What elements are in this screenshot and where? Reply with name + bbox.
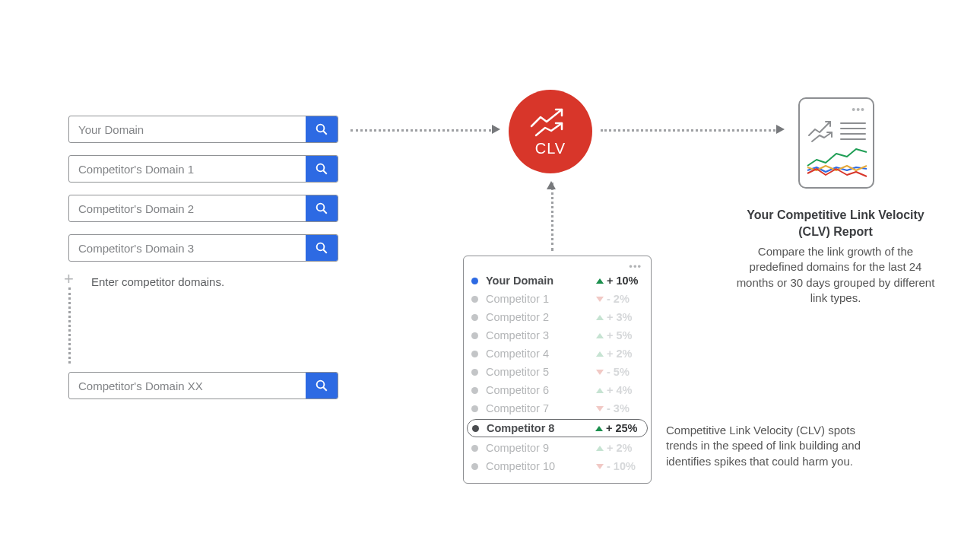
legend-row: Competitor 1- 2% xyxy=(471,290,643,308)
add-competitor-row: + Enter competitor domains. Competitor's… xyxy=(68,275,350,399)
trend-up-icon xyxy=(596,446,604,451)
series-dot-icon xyxy=(471,405,478,412)
legend-delta: + 2% xyxy=(607,348,632,360)
trend-down-icon xyxy=(596,464,604,469)
hint-text: Enter competitor domains. xyxy=(91,275,350,288)
legend-value: + 3% xyxy=(596,311,643,323)
legend-delta: + 3% xyxy=(607,311,632,323)
series-dot-icon xyxy=(471,351,478,357)
domain-input-placeholder: Competitor's Domain XX xyxy=(69,373,306,399)
legend-value: + 10% xyxy=(596,275,643,287)
domain-input-placeholder: Competitor's Domain 3 xyxy=(69,235,306,261)
search-icon xyxy=(315,202,328,215)
plus-icon: + xyxy=(64,269,74,289)
legend-row: Competitor 5- 5% xyxy=(471,363,643,381)
series-dot-icon xyxy=(471,463,478,470)
domain-input-row[interactable]: Competitor's Domain XX xyxy=(68,372,338,399)
legend-row: Competitor 3+ 5% xyxy=(471,326,643,345)
trend-up-icon xyxy=(595,426,603,431)
legend-delta: + 5% xyxy=(607,329,632,341)
trend-up-icon xyxy=(596,388,604,393)
legend-value: + 2% xyxy=(596,442,643,454)
trend-down-icon xyxy=(596,406,604,411)
report-description: Compare the link growth of the predefine… xyxy=(736,244,935,306)
report-title: Your Competitive Link Velocity (CLV) Rep… xyxy=(736,207,935,240)
vertical-dots-icon xyxy=(68,287,71,364)
domain-input-row[interactable]: Competitor's Domain 1 xyxy=(68,155,338,183)
series-dot-icon xyxy=(471,445,478,452)
clv-label: CLV xyxy=(535,140,566,157)
search-button[interactable] xyxy=(306,235,338,261)
search-button[interactable] xyxy=(306,195,338,221)
legend-name: Competitor 1 xyxy=(486,293,596,305)
legend-row: Competitor 2+ 3% xyxy=(471,308,643,326)
series-dot-icon xyxy=(471,369,478,376)
trend-down-icon xyxy=(596,370,604,375)
legend-row: Competitor 8+ 25% xyxy=(467,419,648,437)
legend-delta: + 25% xyxy=(606,422,638,434)
legend-value: + 4% xyxy=(596,384,643,396)
series-dot-icon xyxy=(472,425,479,432)
report-device-icon: ••• xyxy=(798,97,874,189)
legend-row: Competitor 6+ 4% xyxy=(471,381,643,399)
legend-delta: - 5% xyxy=(607,366,630,378)
legend-name: Competitor 8 xyxy=(487,422,595,434)
legend-delta: + 2% xyxy=(607,442,632,454)
report-text-block: Your Competitive Link Velocity (CLV) Rep… xyxy=(736,207,935,306)
series-dot-icon xyxy=(471,296,478,303)
report-preview-icon xyxy=(806,114,868,179)
legend-value: + 2% xyxy=(596,348,643,360)
legend-name: Competitor 5 xyxy=(486,366,596,378)
legend-delta: - 3% xyxy=(607,402,630,414)
legend-value: - 10% xyxy=(596,460,643,472)
legend-delta: + 4% xyxy=(607,384,632,396)
legend-name: Competitor 3 xyxy=(486,329,596,341)
arrow-to-clv xyxy=(350,129,499,132)
domain-input-row[interactable]: Your Domain xyxy=(68,116,338,143)
search-button[interactable] xyxy=(306,116,338,142)
series-dot-icon xyxy=(471,332,478,339)
svg-point-0 xyxy=(317,125,325,132)
svg-line-1 xyxy=(323,131,327,135)
legend-value: - 5% xyxy=(596,366,643,378)
legend-value: + 5% xyxy=(596,329,643,341)
domain-input-row[interactable]: Competitor's Domain 3 xyxy=(68,234,338,262)
legend-name: Competitor 7 xyxy=(486,402,596,414)
svg-line-3 xyxy=(323,170,327,174)
legend-delta: - 2% xyxy=(607,293,630,305)
series-dot-icon xyxy=(471,314,478,321)
legend-name: Competitor 6 xyxy=(486,384,596,396)
legend-value: - 2% xyxy=(596,293,643,305)
trend-up-icon xyxy=(596,315,604,320)
trend-up-icon xyxy=(596,351,604,357)
trend-arrows-icon xyxy=(528,106,572,137)
svg-point-6 xyxy=(317,243,325,251)
clv-note: Competitive Link Velocity (CLV) spots tr… xyxy=(666,423,877,469)
legend-name: Competitor 10 xyxy=(486,460,596,472)
domain-input-placeholder: Your Domain xyxy=(69,116,306,142)
svg-point-8 xyxy=(317,381,325,389)
legend-name: Competitor 4 xyxy=(486,348,596,360)
clv-badge: CLV xyxy=(509,90,592,173)
series-dot-icon xyxy=(471,278,478,284)
legend-delta: - 10% xyxy=(607,460,636,472)
domain-input-row[interactable]: Competitor's Domain 2 xyxy=(68,195,338,222)
velocity-legend-panel: ••• Your Domain+ 10%Competitor 1- 2%Comp… xyxy=(463,256,652,484)
legend-row: Competitor 7- 3% xyxy=(471,399,643,418)
domain-input-placeholder: Competitor's Domain 1 xyxy=(69,156,306,182)
svg-point-4 xyxy=(317,204,325,211)
domain-input-placeholder: Competitor's Domain 2 xyxy=(69,195,306,221)
search-button[interactable] xyxy=(306,373,338,399)
trend-down-icon xyxy=(596,297,604,302)
arrow-from-legend xyxy=(550,183,553,251)
legend-row: Your Domain+ 10% xyxy=(471,272,643,290)
legend-row: Competitor 4+ 2% xyxy=(471,345,643,363)
legend-name: Your Domain xyxy=(486,275,596,287)
search-button[interactable] xyxy=(306,156,338,182)
svg-line-5 xyxy=(323,210,327,214)
trend-up-icon xyxy=(596,278,604,284)
legend-value: + 25% xyxy=(595,422,642,434)
legend-delta: + 10% xyxy=(607,275,639,287)
legend-name: Competitor 9 xyxy=(486,442,596,454)
svg-line-7 xyxy=(323,249,327,253)
